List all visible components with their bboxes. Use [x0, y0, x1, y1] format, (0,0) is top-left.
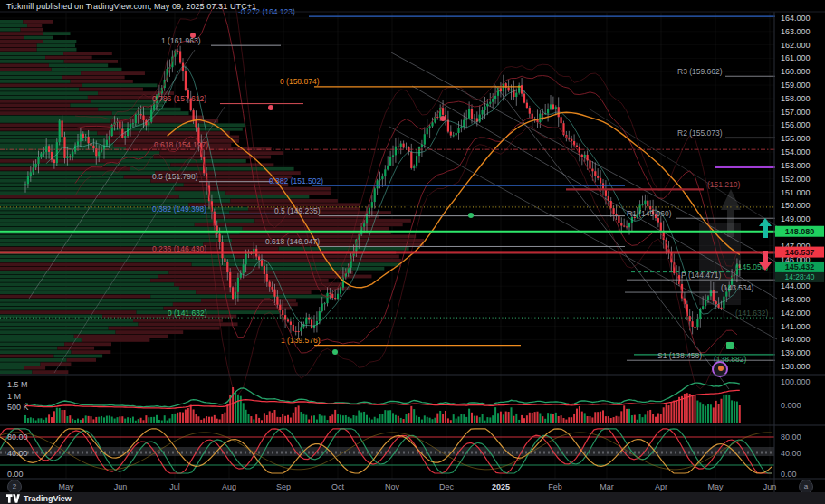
volume-bar: [450, 420, 452, 423]
candle-body: [287, 319, 289, 321]
volume-profile-row: [81, 71, 145, 75]
volume-bar: [48, 414, 50, 423]
volume-bar: [505, 412, 507, 423]
volume-bar: [293, 413, 294, 423]
volume-bar: [95, 417, 97, 423]
volume-profile-row: [57, 347, 94, 350]
volume-profile-row: [23, 20, 53, 24]
volume-bar: [723, 395, 724, 423]
candle-body: [725, 291, 727, 296]
candle-body: [308, 318, 310, 320]
candle-body: [660, 223, 662, 231]
candle-body: [431, 122, 433, 126]
volume-bar: [576, 409, 578, 423]
candle-body: [542, 114, 543, 115]
oscillator-axis-tick: 40.00: [781, 449, 801, 458]
volume-bar: [725, 395, 727, 423]
volume-bar: [43, 420, 44, 423]
volume-profile-row: [0, 290, 196, 294]
candle-body: [608, 196, 609, 201]
volume-bar: [182, 413, 184, 423]
volume-profile-row: [120, 159, 246, 163]
volume-bar: [381, 414, 383, 423]
volume-profile-row: [82, 338, 149, 342]
price-axis-tick: 144.000: [781, 281, 811, 290]
volume-profile-row: [0, 199, 230, 203]
volume-profile-row: [0, 88, 79, 91]
volume-profile-row: [0, 32, 43, 35]
time-axis-label: Apr: [655, 482, 667, 491]
volume-profile-row: [64, 60, 118, 63]
volume-bar: [618, 416, 619, 423]
tradingview-logo[interactable]: TradingView: [6, 494, 72, 503]
candle-body: [98, 152, 100, 157]
volume-bar: [38, 418, 40, 423]
volume-bar: [608, 416, 609, 423]
volume-profile-row: [259, 259, 401, 262]
volume-bar: [224, 413, 225, 423]
volume-profile-row: [49, 63, 108, 67]
candle-body: [138, 114, 139, 115]
candle-body: [523, 94, 525, 103]
volume-profile-row: [0, 247, 279, 251]
candle-body: [529, 108, 531, 114]
volume-bar: [342, 415, 344, 423]
volume-bar: [74, 420, 76, 423]
volume-profile-row: [0, 191, 225, 195]
volume-bar: [253, 419, 254, 423]
candle-body: [331, 294, 333, 298]
candle-body: [641, 204, 643, 205]
volume-bar: [143, 420, 145, 423]
candle-body: [513, 90, 514, 97]
level-label: R1 (149.060): [627, 209, 672, 218]
volume-bar: [389, 410, 391, 423]
volume-bar: [421, 420, 423, 423]
volume-profile-row: [0, 136, 106, 139]
volume-profile-row: [0, 56, 45, 60]
volume-bar: [639, 414, 641, 423]
price-tag-value: 145.432: [785, 262, 815, 271]
candle-body: [494, 96, 496, 99]
candle-body: [243, 264, 245, 273]
volume-bar: [547, 413, 549, 423]
volume-profile-row: [74, 335, 168, 338]
tradingview-logo-icon: [6, 494, 20, 503]
volume-profile-row: [254, 219, 411, 223]
volume-bar: [465, 417, 467, 423]
candle-body: [88, 137, 90, 143]
chart-canvas[interactable]: -0.272 (164.123)1 (161.963)R3 (159.662)0…: [0, 0, 825, 504]
volume-profile-row: [0, 139, 107, 143]
candle-body: [620, 223, 622, 226]
volume-bar: [486, 417, 488, 423]
volume-profile-row: [0, 295, 150, 299]
volume-bar: [398, 416, 399, 423]
candle-body: [226, 262, 228, 272]
volume-bar: [243, 403, 245, 423]
volume-bar: [334, 410, 336, 423]
volume-profile-row: [0, 255, 235, 259]
candle-body: [273, 290, 275, 297]
candle-body: [69, 157, 71, 157]
volume-bar: [56, 408, 58, 423]
candle-body: [92, 146, 94, 148]
candle-body: [429, 126, 431, 128]
volume-bar: [532, 413, 533, 423]
volume-bar: [324, 416, 326, 423]
candle-body: [264, 266, 265, 274]
volume-scale-label: 1.5 M: [7, 380, 28, 389]
volume-bar: [436, 414, 438, 423]
level-label: 0.618 (146.947): [265, 237, 320, 246]
candle-body: [723, 297, 724, 309]
candle-body: [109, 136, 110, 140]
signal-dot: [468, 213, 474, 218]
volume-bar: [169, 418, 171, 423]
level-label: 1 (139.576): [281, 336, 321, 345]
candle-body: [416, 156, 417, 166]
price-axis-tick: 154.000: [781, 147, 811, 157]
volume-bar: [482, 414, 484, 423]
volume-bar: [468, 409, 470, 423]
volume-bar: [692, 395, 694, 423]
volume-profile-row: [0, 315, 102, 319]
candle-body: [600, 178, 601, 184]
candle-body: [710, 290, 712, 296]
